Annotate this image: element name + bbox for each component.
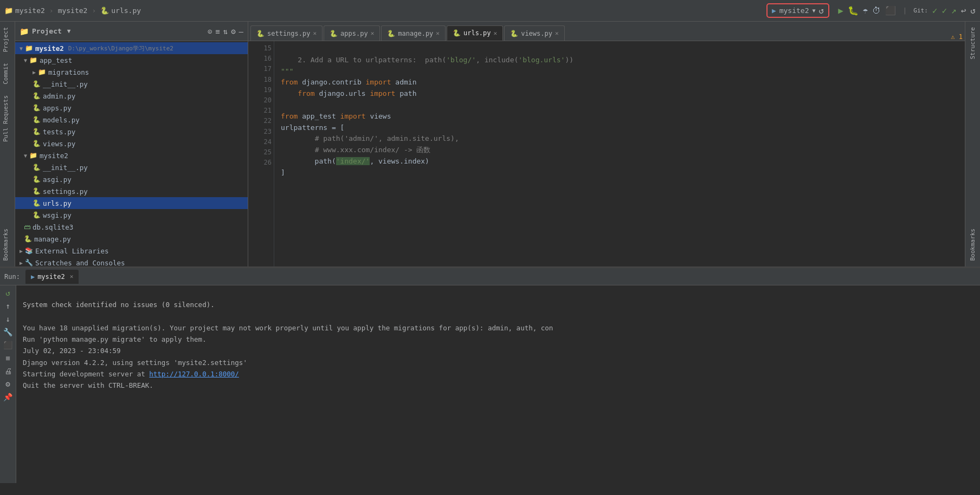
code-content[interactable]: 2. Add a URL to urlpatterns: path('blog/… xyxy=(274,41,965,266)
admin-name: admin.py xyxy=(43,92,75,100)
tree-models[interactable]: 🐍 models.py xyxy=(15,114,248,126)
run-line-1: System check identified no issues (0 sil… xyxy=(23,301,215,309)
tree-asgi[interactable]: 🐍 asgi.py xyxy=(15,173,248,185)
run-restart-icon[interactable]: ↺ xyxy=(5,289,10,297)
tab-manage-icon: 🐍 xyxy=(387,30,395,37)
project-dropdown-icon[interactable]: ▼ xyxy=(67,28,71,35)
tree-tests[interactable]: 🐍 tests.py xyxy=(15,126,248,138)
tab-apps-close[interactable]: ✕ xyxy=(371,30,375,37)
git-history-icon[interactable]: ↺ xyxy=(970,5,976,16)
run-scroll-down-icon[interactable]: ↓ xyxy=(5,315,10,323)
sidebar-pullreq-tab[interactable]: Pull Requests xyxy=(0,90,15,147)
tab-settings-label: settings.py xyxy=(267,30,310,37)
tree-admin[interactable]: 🐍 admin.py xyxy=(15,90,248,102)
tree-external[interactable]: ▶ 📚 External Libraries xyxy=(15,245,248,257)
settings-icon[interactable]: ⚙ xyxy=(231,27,235,36)
tab-urls[interactable]: 🐍 urls.py ✕ xyxy=(447,25,503,41)
run-pin-icon[interactable]: 📌 xyxy=(3,393,12,401)
tree-manage[interactable]: 🐍 manage.py xyxy=(15,233,248,245)
stop-icon[interactable]: ⬛ xyxy=(885,5,896,16)
tree-apps[interactable]: 🐍 apps.py xyxy=(15,102,248,114)
run-config-box: ▶ mysite2 ▼ ↺ xyxy=(766,3,829,18)
tab-apps[interactable]: 🐍 apps.py ✕ xyxy=(324,25,380,41)
sidebar-commit-tab[interactable]: Commit xyxy=(0,57,15,90)
run-tab-close[interactable]: ✕ xyxy=(70,273,74,280)
settings-file-icon: 🐍 xyxy=(33,187,41,195)
git-revert-icon[interactable]: ↩ xyxy=(961,5,966,16)
run-settings2-icon[interactable]: ⚙ xyxy=(5,380,10,388)
wsgi-icon: 🐍 xyxy=(33,211,41,219)
left-sidebar: Project Commit Pull Requests Bookmarks xyxy=(0,22,15,266)
external-name: External Libraries xyxy=(35,247,108,255)
title-bar: 📁 mysite2 › mysite2 › 🐍 urls.py ▶ mysite… xyxy=(0,0,980,22)
root-path: D:\py_works\Django学习\mysite2 xyxy=(68,44,173,53)
run-tab-icon: ▶ xyxy=(31,273,35,281)
title-file: 🐍 urls.py xyxy=(100,6,141,15)
root-name: mysite2 xyxy=(35,44,64,53)
sidebar-project-tab[interactable]: Project xyxy=(0,22,15,57)
tree-init-app[interactable]: 🐍 __init__.py xyxy=(15,78,248,90)
run-scroll-up-icon[interactable]: ↑ xyxy=(5,302,10,310)
run-line-3: Run 'python manage.py migrate' to apply … xyxy=(23,335,207,343)
profile-icon[interactable]: ⏱ xyxy=(872,5,881,16)
coverage-icon[interactable]: ☂ xyxy=(863,5,868,16)
project-tree: ▼ 📁 mysite2 D:\py_works\Django学习\mysite2… xyxy=(15,41,248,266)
debug-icon[interactable]: 🐛 xyxy=(848,5,859,16)
run-icon[interactable]: ▶ xyxy=(838,5,843,16)
run-label: Run: xyxy=(4,273,20,281)
git-arrow-icon[interactable]: ↗ xyxy=(951,5,957,16)
git-commit-icon[interactable]: ✓ xyxy=(932,5,938,16)
asgi-name: asgi.py xyxy=(43,175,72,184)
server-url-link[interactable]: http://127.0.0.1:8000/ xyxy=(149,370,239,378)
tab-settings[interactable]: 🐍 settings.py ✕ xyxy=(250,25,323,41)
views-app-name: views.py xyxy=(43,140,75,148)
mysite2-folder-icon: 📁 xyxy=(29,152,37,159)
run-config-refresh-icon[interactable]: ↺ xyxy=(819,5,824,16)
tree-db[interactable]: 🗃 db.sqlite3 xyxy=(15,221,248,233)
tab-settings-close[interactable]: ✕ xyxy=(313,30,317,37)
run-wrench-icon[interactable]: 🔧 xyxy=(3,328,12,336)
project-header-title: Project xyxy=(32,27,62,35)
manage-icon: 🐍 xyxy=(24,235,32,243)
views-app-icon: 🐍 xyxy=(33,140,41,147)
tab-urls-close[interactable]: ✕ xyxy=(494,30,498,37)
locate-icon[interactable]: ⊙ xyxy=(208,27,212,36)
run-line-2: You have 18 unapplied migration(s). Your… xyxy=(23,324,553,332)
tree-app-test[interactable]: ▼ 📁 app_test xyxy=(15,54,248,66)
run-config-icon: ▶ xyxy=(772,6,776,15)
tree-wsgi[interactable]: 🐍 wsgi.py xyxy=(15,209,248,221)
collapse-icon[interactable]: ≡ xyxy=(215,27,220,36)
tree-init-mysite2[interactable]: 🐍 __init__.py xyxy=(15,161,248,173)
run-tab-mysite2[interactable]: ▶ mysite2 ✕ xyxy=(25,270,79,284)
sort-icon[interactable]: ⇅ xyxy=(223,27,228,36)
bookmarks-right-tab[interactable]: Bookmarks xyxy=(967,223,978,266)
run-print-icon[interactable]: 🖨 xyxy=(4,367,12,375)
external-icon: 📚 xyxy=(25,247,33,255)
structure-tab[interactable]: Structure xyxy=(967,22,978,65)
tree-settings[interactable]: 🐍 settings.py xyxy=(15,185,248,197)
run-filter-icon[interactable]: ≡ xyxy=(5,354,10,362)
code-area: 15 16 17 18 19 20 21 22 23 24 25 26 2. A… xyxy=(248,41,965,266)
close-panel-icon[interactable]: — xyxy=(239,27,243,36)
tab-urls-label: urls.py xyxy=(463,29,491,37)
sidebar-bookmarks-tab[interactable]: Bookmarks xyxy=(0,223,15,266)
structure-panel: Structure Bookmarks xyxy=(965,22,980,266)
tab-manage-label: manage.py xyxy=(398,30,433,37)
tab-views-close[interactable]: ✕ xyxy=(555,30,559,37)
tab-manage[interactable]: 🐍 manage.py ✕ xyxy=(381,25,446,41)
tree-mysite2-folder[interactable]: ▼ 📁 mysite2 xyxy=(15,149,248,161)
tab-manage-close[interactable]: ✕ xyxy=(436,30,440,37)
run-stop-icon[interactable]: ⬛ xyxy=(3,341,12,349)
tree-urls[interactable]: 🐍 urls.py xyxy=(15,197,248,209)
tree-migrations[interactable]: ▶ 📁 migrations xyxy=(15,66,248,78)
apps-icon: 🐍 xyxy=(33,104,41,112)
git-push-icon[interactable]: ✓ xyxy=(942,5,947,16)
tree-scratches[interactable]: ▶ 🔧 Scratches and Consoles xyxy=(15,257,248,266)
project-header: 📁 Project ▼ ⊙ ≡ ⇅ ⚙ — xyxy=(15,22,248,41)
app-test-arrow: ▼ xyxy=(24,57,27,63)
tab-views[interactable]: 🐍 views.py ✕ xyxy=(504,25,564,41)
tree-root[interactable]: ▼ 📁 mysite2 D:\py_works\Django学习\mysite2 xyxy=(15,42,248,54)
tree-views-app[interactable]: 🐍 views.py xyxy=(15,138,248,149)
init-app-icon: 🐍 xyxy=(33,80,41,88)
run-config-dropdown-icon[interactable]: ▼ xyxy=(813,8,816,14)
